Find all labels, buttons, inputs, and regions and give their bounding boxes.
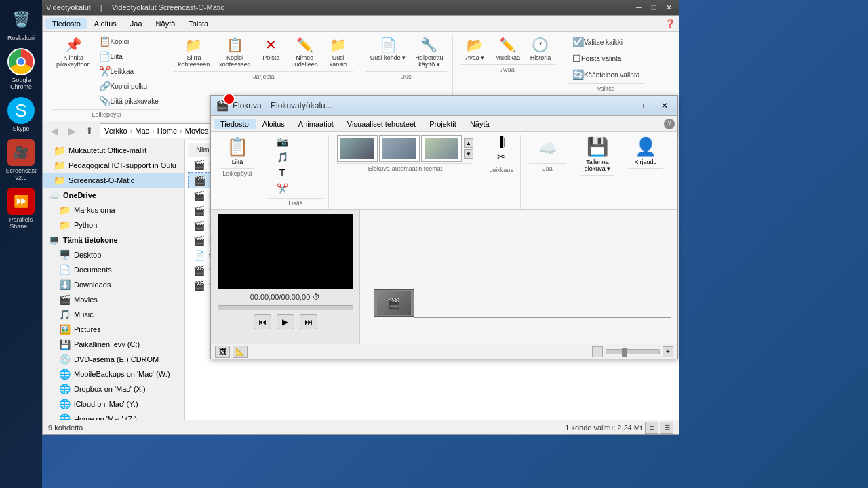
breadcrumb-movies[interactable]: Movies	[185, 127, 209, 135]
breadcrumb-verkko[interactable]: Verkko	[104, 127, 127, 135]
sidebar-item-dvd[interactable]: 💿 DVD-asema (E:) CDROM	[43, 352, 184, 367]
sidebar-item-pictures[interactable]: 🖼️ Pictures	[43, 322, 184, 337]
ve-theme-3[interactable]	[421, 135, 462, 162]
ribbon-btn-nimea[interactable]: ✏️ Nimeäuudelleen	[288, 35, 322, 70]
ve-ribbon-btn-liita[interactable]: 📋 Liitä	[220, 135, 254, 167]
ve-menu-tiedosto[interactable]: Tiedosto	[214, 119, 256, 129]
ribbon-btn-leikkaa[interactable]: ✂️ Leikkaa	[96, 64, 161, 78]
breadcrumb-home[interactable]: Home	[157, 127, 177, 135]
ve-ribbon-btn-trim[interactable]: ▐|	[488, 135, 515, 148]
menu-aloitus[interactable]: Aloitus	[87, 18, 123, 29]
ve-minimize-btn[interactable]: ─	[618, 99, 635, 113]
ve-menu-visuaaliset[interactable]: Visuaaliset tehosteet	[340, 119, 422, 129]
view-grid-btn[interactable]: ⊞	[660, 422, 673, 434]
sidebar-item-home-mac[interactable]: 🌐 Home on 'Mac' (Z:)	[43, 411, 184, 420]
ribbon-btn-liita-pikakuvake[interactable]: 📎 Liitä pikakuvake	[96, 94, 161, 108]
ve-zoom-out-btn[interactable]: -	[592, 346, 603, 357]
ve-ribbon-btn-text[interactable]: T	[269, 166, 296, 181]
sidebar-item-mukautetut[interactable]: 📁 Mukautetut Office-mallit	[43, 143, 184, 158]
ve-zoom-in-btn[interactable]: +	[663, 346, 673, 357]
ve-theme-scroll-down[interactable]: ▼	[464, 149, 473, 159]
ve-close-btn[interactable]: ✕	[656, 99, 673, 113]
ve-progress-bar[interactable]	[218, 305, 353, 310]
sidebar-item-mobilebackups[interactable]: 🌐 MobileBackups on 'Mac' (W:)	[43, 367, 184, 382]
sidebar-label-screencast: Screencast-O-Matic	[68, 176, 134, 184]
ribbon-btn-uusi-kansio[interactable]: 📁 Uusikansio	[323, 35, 353, 70]
nav-forward-btn[interactable]: ▶	[64, 123, 79, 138]
ribbon-btn-historia[interactable]: 🕐 Historia	[526, 35, 555, 63]
network-icon: 🌐	[59, 384, 71, 394]
view-list-btn[interactable]: ≡	[645, 422, 658, 434]
ve-ctrl-play[interactable]: ▶	[277, 314, 294, 329]
sidebar-item-movies[interactable]: 🎬 Movies	[43, 292, 184, 307]
menu-toista[interactable]: Toista	[182, 18, 215, 29]
ve-zoom-handle[interactable]	[622, 348, 627, 357]
ve-theme-1[interactable]	[337, 135, 378, 162]
help-btn[interactable]: ❓	[664, 18, 676, 30]
ve-menu-aloitus[interactable]: Aloitus	[256, 119, 292, 129]
ribbon-btn-kopioi-polku[interactable]: 🔗 Kopioi polku	[96, 79, 161, 93]
nav-back-btn[interactable]: ◀	[47, 123, 62, 138]
ve-ribbon-btn-video[interactable]: 📷	[269, 135, 296, 150]
ve-theme-2[interactable]	[379, 135, 420, 162]
ve-status-icon1[interactable]: 🖼	[215, 346, 230, 358]
ve-ribbon-btn-cloud[interactable]: ☁️	[529, 135, 566, 162]
ribbon-btn-valitse-kaikki[interactable]: ☑️ Valitse kaikki	[568, 35, 644, 49]
sidebar-item-python[interactable]: 📁 Python	[43, 218, 184, 232]
nav-up-btn[interactable]: ⬆	[82, 123, 97, 138]
ve-status-icon2[interactable]: 📐	[233, 346, 248, 358]
menu-nayta[interactable]: Näytä	[149, 18, 182, 29]
taskbar-icon-chrome[interactable]: Google Chrome	[2, 45, 40, 93]
ve-ribbon-btn-kirjaudu[interactable]: 👤 Kirjaudo	[629, 135, 663, 167]
ribbon-btn-liita[interactable]: 📄 Liitä	[96, 49, 161, 63]
ve-maximize-btn[interactable]: □	[637, 99, 654, 113]
som-minimize-btn[interactable]: ─	[632, 2, 646, 13]
breadcrumb-mac[interactable]: Mac	[135, 127, 149, 135]
ribbon-btn-kiinnita[interactable]: 📌 Kiinnitäpikakayttoon	[52, 35, 95, 108]
ve-menu-animaatiot[interactable]: Animaatiot	[292, 119, 340, 129]
parallels-label: Parallels Shane...	[3, 216, 39, 230]
ribbon-btn-kaanteinen-valinta[interactable]: 🔄 Käänteinen valinta	[568, 67, 644, 82]
ve-menu-projektit[interactable]: Projektit	[422, 119, 463, 129]
sidebar-item-desktop[interactable]: 🖥️ Desktop	[43, 247, 184, 262]
ve-theme-scroll-up[interactable]: ▲	[464, 138, 473, 148]
ve-menu-nayta[interactable]: Näytä	[463, 119, 496, 129]
ve-ribbon-btn-save[interactable]: 💾 Tallennaelokuva ▾	[580, 135, 614, 174]
ve-ribbon-btn-audio[interactable]: 🎵	[269, 150, 296, 165]
sidebar-section-onedrive[interactable]: ☁️ OneDrive	[43, 188, 184, 203]
sidebar-section-tama[interactable]: 💻 Tämä tietokone	[43, 232, 184, 247]
sidebar-item-music[interactable]: 🎵 Music	[43, 307, 184, 322]
ribbon-btn-uusi-kohde[interactable]: 📄 Uusi kohde ▾	[366, 35, 410, 70]
ve-timeline-thumbnail[interactable]: 🎬	[374, 289, 414, 317]
sidebar-item-downloads[interactable]: ⬇️ Downloads	[43, 277, 184, 292]
sidebar-item-markus[interactable]: 📁 Markus oma	[43, 203, 184, 218]
ribbon-btn-muokkaa[interactable]: ✏️ Muokkaa	[491, 35, 524, 63]
ve-help-btn[interactable]: ?	[664, 119, 675, 129]
sidebar-item-pedagogical[interactable]: 📁 Pedagogical ICT-support in Oulu	[43, 158, 184, 173]
sidebar-item-screencast[interactable]: 📁 Screencast-O-Matic	[43, 173, 184, 188]
ve-ctrl-rewind[interactable]: ⏮	[254, 314, 271, 329]
ribbon-btn-kopioi-kohteeseen[interactable]: 📋 Kopioikohteeseen	[215, 35, 255, 70]
ribbon-btn-kopioi[interactable]: 📋 Kopioi	[96, 35, 161, 48]
taskbar-icon-roskakori[interactable]: 🗑️ Roskakori	[2, 3, 40, 44]
taskbar-icon-screencast[interactable]: 🎥 Screencast v2.0	[2, 136, 40, 184]
sidebar-item-icloud[interactable]: 🌐 iCloud on 'Mac' (Y:)	[43, 396, 184, 411]
taskbar-icon-parallels[interactable]: ⏩ Parallels Shane...	[2, 185, 40, 232]
sidebar-item-c-drive[interactable]: 💾 Paikallinen levy (C:)	[43, 337, 184, 352]
ve-ribbon-btn-split[interactable]: ✂	[488, 150, 515, 163]
menu-tiedosto[interactable]: Tiedosto	[45, 18, 87, 29]
menu-jaa[interactable]: Jaa	[123, 18, 149, 29]
ribbon-btn-poista[interactable]: ✕ Poista	[256, 35, 286, 70]
som-maximize-btn[interactable]: □	[647, 2, 660, 13]
ribbon-btn-siirra[interactable]: 📁 Siirräkohteeseen	[174, 35, 214, 70]
sidebar-item-documents[interactable]: 📄 Documents	[43, 262, 184, 277]
som-close-btn[interactable]: ✕	[662, 2, 675, 13]
ribbon-btn-avaa[interactable]: 📂 Avaa ▾	[460, 35, 490, 63]
ve-ribbon-btn-cut[interactable]: ✂️	[269, 182, 296, 197]
ve-zoom-slider[interactable]	[606, 349, 660, 354]
ribbon-btn-helpotettu[interactable]: 🔧 Helpotettukäyttö ▾	[411, 35, 447, 70]
ribbon-btn-poista-valinta[interactable]: ☐ Poista valinta	[568, 51, 644, 66]
taskbar-icon-skype[interactable]: S Skype	[2, 94, 40, 135]
ve-ctrl-forward[interactable]: ⏭	[300, 314, 317, 329]
sidebar-item-dropbox[interactable]: 🌐 Dropbox on 'Mac' (X:)	[43, 382, 184, 396]
